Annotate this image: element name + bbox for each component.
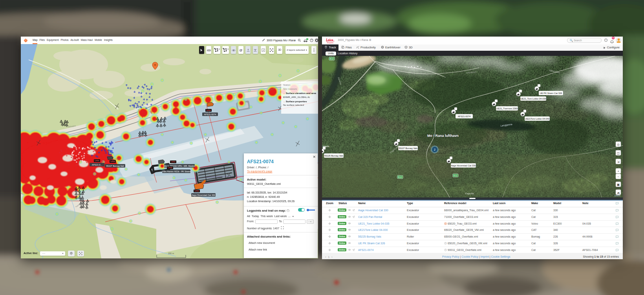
svg-text:UE21_Tore Lokke 04-035: UE21_Tore Lokke 04-035 xyxy=(520,98,546,100)
svg-text:Leica: Leica xyxy=(171,161,176,163)
svg-text:Mo i Rana lufthavn: Mo i Rana lufthavn xyxy=(427,134,459,138)
svg-text:Fagerlia: Fagerlia xyxy=(465,192,474,195)
svg-text:UE PK Strøm Cat 326: UE PK Strøm Cat 326 xyxy=(540,92,562,94)
svg-text:UE21Tore Lokke 04-040: UE21Tore Lokke 04-040 xyxy=(525,118,550,120)
svg-text:Leica: Leica xyxy=(110,160,115,162)
svg-text:AFS21-0074: AFS21-0074 xyxy=(204,113,216,116)
svg-text:Leica: Leica xyxy=(206,109,211,111)
svg-text:Leaflet: Leaflet xyxy=(615,194,621,197)
svg-text:Aage Hoverstad Cat 330: Aage Hoverstad Cat 330 xyxy=(451,164,476,167)
svg-text:Leica: Leica xyxy=(168,167,172,169)
svg-text:2: 2 xyxy=(434,148,435,151)
svg-text:?: ? xyxy=(606,39,607,41)
svg-text:+: + xyxy=(617,170,619,173)
svg-text:55227 Bomag Valt: 55227 Bomag Valt xyxy=(106,165,124,167)
svg-text:AFS21-0074: AFS21-0074 xyxy=(458,115,471,118)
svg-text:Leica: Leica xyxy=(95,160,99,162)
svg-text:E12: E12 xyxy=(398,176,402,178)
svg-text:E12: E12 xyxy=(454,174,457,177)
svg-text:−: − xyxy=(617,175,619,179)
svg-text:◫: ◫ xyxy=(617,151,620,155)
svg-text:Aage Hoverstad Cat 330: Aage Hoverstad Cat 330 xyxy=(192,194,215,196)
svg-text:hitachi: hitachi xyxy=(323,145,329,148)
svg-text:⇲: ⇲ xyxy=(617,160,620,164)
svg-text:AFS21-0...: AFS21-0... xyxy=(92,164,102,166)
svg-text:▣: ▣ xyxy=(617,183,620,186)
svg-text:UE21_Tvermes 2369: UE21_Tvermes 2369 xyxy=(496,107,518,110)
svg-text:55227 Bomag Vals: 55227 Bomag Vals xyxy=(399,147,418,149)
svg-text:E12: E12 xyxy=(330,57,334,60)
svg-text:?: ? xyxy=(311,39,312,41)
svg-text:55225 Bomag Vals: 55225 Bomag Vals xyxy=(324,155,344,157)
svg-text:◎: ◎ xyxy=(617,143,620,146)
svg-text:☁: ☁ xyxy=(617,191,620,194)
svg-text:Vårs Hamre H21k - PK Strøm: Vårs Hamre H21k - PK Strøm xyxy=(162,170,191,173)
svg-text:200 m: 200 m xyxy=(168,252,174,254)
svg-text:Geosystems: Geosystems xyxy=(327,42,334,44)
svg-text:Leica: Leica xyxy=(194,190,199,192)
